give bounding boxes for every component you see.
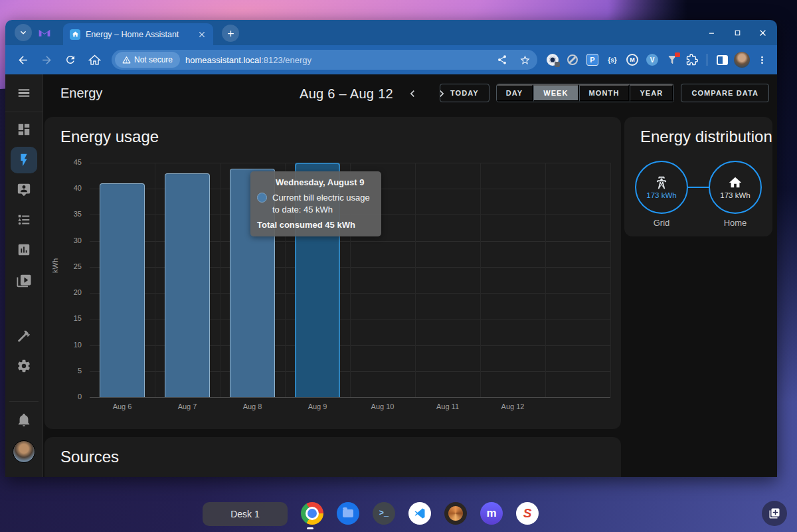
hamburger-icon: [17, 86, 31, 100]
profile-avatar[interactable]: [733, 51, 751, 68]
browser-window: Energy – Home Assistant: [5, 20, 777, 477]
toolbar-separator: [707, 54, 707, 66]
y-tick: 15: [59, 314, 82, 322]
chromeos-shelf: Desk 1 >_ m S: [0, 492, 797, 532]
previous-period-button[interactable]: [402, 84, 422, 104]
energy-usage-card: Energy usage kWh 454035302520151050 Aug …: [44, 117, 621, 429]
gridline-horizontal: [90, 397, 610, 398]
back-button[interactable]: [12, 49, 33, 70]
url-path: :8123/energy: [261, 55, 311, 65]
page-title: Energy: [60, 86, 102, 101]
window-minimize-button[interactable]: [707, 27, 717, 38]
x-tick: Aug 10: [350, 402, 415, 410]
address-bar[interactable]: Not secure homeassistant.local:8123/ener…: [112, 50, 537, 70]
grid-node[interactable]: 173 kWh: [635, 161, 688, 214]
transmission-tower-icon: [654, 175, 669, 190]
chrome-active-indicator: [307, 527, 313, 529]
home-node[interactable]: 173 kWh: [709, 161, 762, 214]
gridline-vertical: [545, 163, 546, 397]
tab-search-button[interactable]: [15, 24, 32, 41]
chevron-down-icon: [18, 27, 29, 38]
sidebar-item-settings[interactable]: [11, 353, 37, 379]
tab-close-icon[interactable]: [197, 30, 207, 39]
bar-aug-7[interactable]: [165, 173, 210, 397]
url-text: homeassistant.local:8123/energy: [185, 55, 488, 65]
sidebar-item-map[interactable]: [11, 177, 37, 203]
list-icon: [17, 213, 31, 227]
browser-toolbar: Not secure homeassistant.local:8123/ener…: [5, 45, 777, 74]
x-tick: Aug 12: [480, 402, 545, 410]
range-year-button[interactable]: YEAR: [630, 84, 673, 102]
sidebar-item-developer-tools[interactable]: [11, 323, 37, 349]
sidebar-item-energy[interactable]: [11, 147, 37, 173]
extension-blocker-icon[interactable]: [564, 51, 581, 68]
range-day-button[interactable]: DAY: [497, 84, 534, 102]
person-tooltip-icon: [17, 183, 31, 197]
window-maximize-button[interactable]: [732, 27, 743, 38]
sidebar-menu-button[interactable]: [5, 74, 43, 112]
window-close-button[interactable]: [757, 27, 768, 38]
extension-m-circle-icon[interactable]: M: [624, 51, 641, 68]
date-range-label: Aug 6 – Aug 12: [300, 86, 393, 102]
home-assistant-favicon: [70, 29, 80, 40]
sidebar-item-media[interactable]: [11, 268, 37, 294]
bell-icon: [17, 412, 31, 427]
copy-plus-icon: [768, 507, 780, 519]
sidebar-user-avatar[interactable]: [13, 440, 35, 463]
extension-filter-icon[interactable]: [664, 51, 681, 68]
desk-button[interactable]: Desk 1: [203, 502, 288, 526]
sidebar-item-logbook[interactable]: [11, 207, 37, 233]
chart-tooltip: Wednesday, August 9 Current bill electri…: [250, 171, 381, 236]
extension-v-circle-icon[interactable]: V: [644, 51, 661, 68]
extension-p-icon[interactable]: P: [584, 51, 601, 68]
reload-button[interactable]: [60, 49, 81, 70]
home-value: 173 kWh: [720, 191, 750, 199]
y-tick: 10: [59, 341, 82, 349]
gridline-vertical: [610, 163, 611, 397]
new-tab-button[interactable]: [222, 25, 239, 42]
extensions-puzzle-icon[interactable]: [683, 51, 701, 68]
gridline-vertical: [415, 163, 416, 397]
vscode-app-icon[interactable]: [408, 502, 431, 525]
compare-data-button[interactable]: COMPARE DATA: [681, 84, 769, 102]
sources-card-title: Sources: [60, 448, 119, 466]
range-month-button[interactable]: MONTH: [579, 84, 630, 102]
x-tick: Aug 7: [155, 402, 220, 410]
side-panel-icon[interactable]: [713, 51, 731, 68]
share-icon[interactable]: [493, 51, 511, 68]
grid-label: Grid: [635, 218, 688, 228]
x-axis-labels: Aug 6Aug 7Aug 8Aug 9Aug 10Aug 11Aug 12: [90, 402, 610, 413]
tooltip-series-text: Current bill electric usage to date: 45 …: [272, 192, 373, 215]
s-app-icon[interactable]: S: [516, 502, 539, 525]
range-week-button[interactable]: WEEK: [533, 84, 578, 102]
security-chip[interactable]: Not secure: [115, 52, 180, 68]
ha-sidebar: [5, 74, 43, 477]
tooltip-title: Wednesday, August 9: [276, 177, 373, 187]
files-app-icon[interactable]: [337, 502, 359, 525]
tooltip-total: Total consumed 45 kWh: [257, 220, 373, 230]
home-button[interactable]: [84, 49, 105, 70]
today-button[interactable]: TODAY: [440, 84, 489, 102]
extension-script-icon[interactable]: {s}: [604, 51, 621, 68]
mastodon-app-icon[interactable]: m: [480, 502, 503, 525]
sidebar-notifications-button[interactable]: [11, 406, 37, 433]
purple-mail-icon[interactable]: [37, 25, 52, 40]
screen-capture-button[interactable]: [762, 501, 787, 526]
bar-aug-6[interactable]: [100, 183, 145, 397]
bookmark-star-icon[interactable]: [516, 51, 533, 68]
fox-app-icon[interactable]: [444, 502, 467, 525]
extension-password-manager-icon[interactable]: [544, 51, 561, 68]
y-tick: 0: [59, 393, 82, 400]
terminal-app-icon[interactable]: >_: [373, 502, 395, 525]
sidebar-divider: [9, 401, 39, 402]
lightning-bolt-icon: [17, 153, 31, 167]
browser-tab-energy[interactable]: Energy – Home Assistant: [63, 23, 213, 45]
tab-title: Energy – Home Assistant: [86, 30, 192, 39]
home-icon: [728, 175, 743, 190]
sidebar-item-history[interactable]: [11, 236, 37, 263]
chrome-app-icon[interactable]: [301, 502, 323, 525]
forward-button[interactable]: [36, 49, 57, 70]
browser-menu-kebab-icon[interactable]: [753, 49, 770, 70]
sidebar-item-overview[interactable]: [11, 116, 37, 143]
y-tick: 40: [59, 184, 82, 192]
